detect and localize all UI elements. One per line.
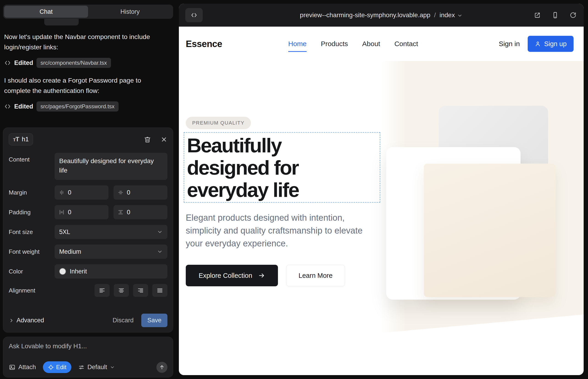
align-right-button[interactable] — [133, 284, 148, 297]
inspector-header: TT h1 — [9, 133, 167, 145]
selected-heading-outline[interactable]: Beautifully designed for everyday life — [184, 132, 380, 203]
chat-message: Now let's update the Navbar component to… — [4, 32, 155, 52]
padding-label: Padding — [9, 209, 55, 216]
nav-link-home[interactable]: Home — [288, 40, 307, 48]
color-row: Color Inherit — [9, 264, 167, 279]
content-label: Content — [9, 153, 55, 163]
refresh-icon[interactable] — [569, 12, 577, 19]
edited-file-row: Edited src/components/Navbar.tsx — [4, 58, 172, 68]
premium-quality-badge: PREMIUM QUALITY — [186, 117, 251, 129]
decorative-card-cream — [424, 164, 556, 297]
chat-messages: Now let's update the Navbar component to… — [4, 32, 172, 119]
mobile-view-icon[interactable] — [552, 12, 559, 19]
tab-chat[interactable]: Chat — [4, 6, 88, 18]
edited-label: Edited — [14, 59, 33, 66]
edit-mode-button[interactable]: Edit — [43, 361, 72, 373]
padding-x-input[interactable]: 0 — [55, 205, 108, 219]
hero-cta-row: Explore Collection Learn More — [186, 265, 345, 286]
sliders-icon — [78, 364, 85, 371]
sign-up-button[interactable]: Sign up — [528, 36, 573, 52]
nav-link-about[interactable]: About — [362, 40, 380, 48]
color-select[interactable]: Inherit — [55, 264, 167, 279]
chevron-right-icon — [9, 318, 14, 323]
user-icon — [535, 41, 541, 47]
content-row: Content Beautifully designed for everyda… — [9, 153, 167, 180]
site-navbar: Essence Home Products About Contact Sign… — [179, 27, 584, 61]
alignment-label: Alignment — [9, 287, 55, 294]
content-input[interactable]: Beautifully designed for everyday life — [55, 153, 167, 180]
margin-y-input[interactable]: 0 — [113, 185, 167, 200]
code-icon — [4, 103, 11, 110]
preview-browser: preview--charming-site-symphony.lovable.… — [179, 4, 584, 375]
chevron-down-icon — [157, 249, 163, 255]
element-inspector: TT h1 Content Beautifully designed for e… — [3, 127, 173, 332]
browser-actions — [534, 12, 577, 19]
font-size-row: Font size 5XL — [9, 225, 167, 239]
chat-composer: Attach Edit Default — [3, 337, 173, 377]
font-weight-row: Font weight Medium — [9, 245, 167, 259]
padding-y-input[interactable]: 0 — [113, 205, 167, 219]
sidebar: Chat History Now let's update the Navbar… — [3, 5, 173, 377]
explore-collection-button[interactable]: Explore Collection — [186, 265, 278, 286]
chevron-down-icon — [110, 365, 115, 370]
align-center-button[interactable] — [114, 284, 129, 297]
tab-history[interactable]: History — [88, 6, 172, 18]
url-bar[interactable]: preview--charming-site-symphony.lovable.… — [300, 12, 463, 19]
font-size-select[interactable]: 5XL — [55, 225, 167, 239]
inspector-footer: Advanced Discard Save — [9, 314, 167, 327]
edited-file-row: Edited src/pages/ForgotPassword.tsx — [4, 101, 172, 111]
attach-icon — [9, 364, 15, 371]
align-justify-button[interactable] — [152, 284, 167, 297]
text-size-icon: TT — [13, 136, 19, 143]
font-weight-select[interactable]: Medium — [55, 245, 167, 259]
font-size-label: Font size — [9, 228, 55, 236]
code-view-button[interactable] — [185, 8, 203, 22]
color-swatch — [59, 268, 66, 275]
sign-in-link[interactable]: Sign in — [499, 40, 520, 48]
code-icon — [4, 59, 11, 66]
padding-vertical-icon — [118, 209, 124, 215]
discard-button[interactable]: Discard — [113, 317, 134, 324]
save-button[interactable]: Save — [141, 314, 167, 327]
margin-label: Margin — [9, 189, 55, 196]
preview-url: preview--charming-site-symphony.lovable.… — [300, 12, 431, 19]
chat-input[interactable] — [9, 343, 167, 350]
padding-row: Padding 0 0 — [9, 205, 167, 219]
nav-link-contact[interactable]: Contact — [394, 40, 418, 48]
nav-links: Home Products About Contact — [288, 40, 418, 48]
send-button[interactable] — [156, 362, 167, 373]
chevron-down-icon — [157, 229, 163, 235]
composer-toolbar: Attach Edit Default — [9, 361, 167, 373]
open-external-icon[interactable] — [534, 12, 541, 19]
file-badge[interactable]: src/components/Navbar.tsx — [36, 58, 111, 68]
model-selector[interactable]: Default — [78, 364, 115, 371]
margin-vertical-icon — [118, 190, 124, 195]
margin-row: Margin 0 0 — [9, 185, 167, 200]
target-icon — [48, 364, 54, 370]
advanced-toggle[interactable]: Advanced — [9, 317, 44, 324]
chat-history-tabs: Chat History — [3, 5, 173, 19]
site-preview: Essence Home Products About Contact Sign… — [179, 27, 584, 375]
color-label: Color — [9, 268, 55, 275]
inspector-actions — [144, 136, 167, 143]
hero-heading[interactable]: Beautifully designed for everyday life — [184, 133, 356, 201]
file-badge[interactable]: src/pages/ForgotPassword.tsx — [36, 101, 119, 111]
attach-button[interactable]: Attach — [9, 364, 36, 371]
alignment-row: Alignment — [9, 284, 167, 297]
site-brand[interactable]: Essence — [186, 39, 222, 49]
chat-message: I should also create a Forgot Password p… — [4, 75, 155, 96]
arrow-right-icon — [258, 272, 265, 279]
close-inspector-button[interactable] — [160, 136, 167, 143]
preview-path: index — [439, 12, 455, 19]
learn-more-button[interactable]: Learn More — [286, 265, 345, 286]
browser-header: preview--charming-site-symphony.lovable.… — [179, 4, 584, 27]
margin-x-input[interactable]: 0 — [55, 185, 108, 200]
margin-horizontal-icon — [59, 190, 65, 195]
selected-element-chip[interactable]: TT h1 — [9, 133, 33, 145]
app: Chat History Now let's update the Navbar… — [0, 0, 588, 379]
nav-link-products[interactable]: Products — [321, 40, 348, 48]
hero-paragraph: Elegant products designed with intention… — [186, 211, 369, 250]
edited-label: Edited — [14, 103, 33, 110]
align-left-button[interactable] — [94, 284, 110, 297]
delete-element-button[interactable] — [144, 136, 151, 143]
